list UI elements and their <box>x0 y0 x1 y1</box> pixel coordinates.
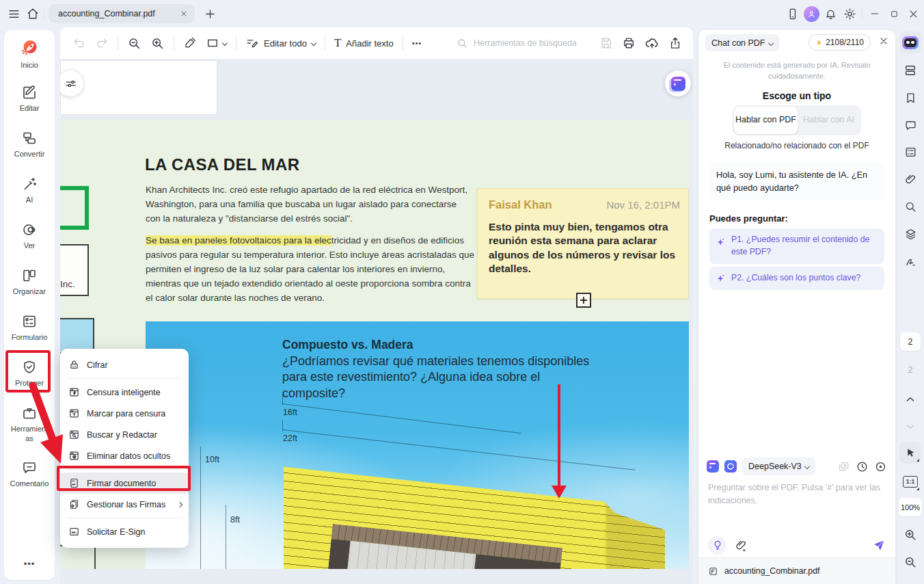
previous-page-button[interactable] <box>899 388 921 410</box>
sidebar-item-proteger[interactable]: Proteger <box>4 359 55 405</box>
notifications-bell-icon[interactable] <box>821 4 840 23</box>
chat-mode-dropdown[interactable]: Chat con PDF <box>705 34 779 51</box>
sidebar-more-button[interactable]: ••• <box>4 559 55 569</box>
zoom-in-icon[interactable] <box>150 36 165 51</box>
history-clock-icon[interactable] <box>856 460 869 473</box>
sidebar-item-ai[interactable]: AI <box>4 176 55 222</box>
illustration-doorway <box>328 524 562 569</box>
maximize-button[interactable] <box>884 4 903 23</box>
chat-settings-icon[interactable] <box>874 460 887 473</box>
deepseek-model-icon[interactable] <box>724 460 737 473</box>
avatar[interactable] <box>802 4 821 23</box>
rocket-icon <box>20 38 39 57</box>
sticky-note[interactable]: Faisal Khan Nov 16, 2:01PM Esto pinta mu… <box>477 188 689 299</box>
signatures-panel-button[interactable] <box>899 250 921 272</box>
chat-close-icon[interactable] <box>879 36 888 46</box>
sidebar-item-inicio[interactable]: Inicio <box>4 38 55 84</box>
attachments-panel-button[interactable] <box>899 168 921 190</box>
attach-file-icon[interactable] <box>735 539 748 552</box>
send-icon[interactable] <box>872 538 886 552</box>
tab-close-icon[interactable] <box>180 10 188 18</box>
sidebar-item-organizar[interactable]: Organizar <box>4 267 55 313</box>
close-window-button[interactable] <box>903 4 923 23</box>
dimension-label-16ft: 16ft <box>283 408 297 417</box>
zoom-out-icon[interactable] <box>127 36 141 51</box>
convert-icon <box>21 130 38 146</box>
comments-panel-button[interactable] <box>899 114 921 136</box>
ai-assistant-fab[interactable] <box>665 70 691 96</box>
new-chat-icon[interactable] <box>837 460 850 473</box>
model-dropdown[interactable]: DeepSeek-V3 <box>742 457 815 475</box>
text-tool-icon: T <box>334 36 341 50</box>
menu-item-solicitar-esign[interactable]: Solicitar E-Sign <box>60 521 189 542</box>
redo-icon[interactable] <box>95 36 109 50</box>
sidebar-item-ver[interactable]: Ver <box>4 222 55 267</box>
shape-tool[interactable] <box>206 36 227 50</box>
menu-item-eliminar-datos-ocultos[interactable]: Eliminar datos ocultos <box>60 445 189 466</box>
menu-item-gestionar-las-firmas[interactable]: Gestionar las Firmas <box>60 494 189 515</box>
print-icon[interactable] <box>622 36 636 50</box>
device-sync-icon[interactable] <box>783 4 802 23</box>
sidebar-item-comentario[interactable]: Comentario <box>4 460 55 514</box>
toolbar-divider <box>118 36 118 50</box>
search-input[interactable] <box>474 38 583 48</box>
comment-bubble-icon <box>904 119 917 132</box>
sidebar-item-formulario[interactable]: Formulario <box>4 313 55 359</box>
highlighter-icon[interactable] <box>183 36 197 50</box>
tab-hablar-con-pdf[interactable]: Hablar con PDF <box>734 107 798 134</box>
add-text-button[interactable]: T Añadir texto <box>334 36 394 50</box>
bookmark-icon <box>904 92 917 105</box>
minimize-button[interactable] <box>865 4 884 23</box>
save-icon[interactable] <box>599 36 613 50</box>
sparkle-icon <box>716 237 726 247</box>
ai-assistant-icon <box>671 77 685 91</box>
chevron-down-icon <box>904 421 916 433</box>
dimension-line-16ft <box>282 403 521 434</box>
note-add-button[interactable] <box>576 293 591 308</box>
sidebar-item-herramientas[interactable]: Herramientas <box>4 405 55 460</box>
edit-all-button[interactable]: Editar todo <box>245 36 316 50</box>
page-number-input[interactable]: 2 <box>900 332 921 351</box>
more-tools-button[interactable]: ••• <box>412 39 422 47</box>
note-timestamp: Nov 16, 2:01PM <box>606 199 680 211</box>
bookmarks-panel-button[interactable] <box>899 87 921 109</box>
settings-gear-icon[interactable] <box>840 4 859 23</box>
prompt-ideas-button[interactable] <box>708 536 726 555</box>
hamburger-menu-icon[interactable] <box>4 4 23 23</box>
layers-panel-button[interactable] <box>899 223 921 245</box>
zoom-out-button[interactable] <box>899 551 921 573</box>
suggestion-question-1[interactable]: P1. ¿Puedes resumir el contenido de este… <box>709 228 884 264</box>
zoom-level-display[interactable]: 100% <box>899 498 922 516</box>
menu-separator <box>67 518 182 518</box>
chat-input[interactable] <box>708 481 886 533</box>
suggestion-question-2[interactable]: P2. ¿Cuáles son los puntos clave? <box>709 267 884 290</box>
undo-icon[interactable] <box>72 36 86 50</box>
sidebar-item-convertir[interactable]: Convertir <box>4 130 55 176</box>
lumi-ai-panel-button[interactable] <box>899 31 921 53</box>
new-tab-button[interactable] <box>200 4 219 23</box>
pdf-context-icon[interactable] <box>707 460 719 473</box>
credits-badge[interactable]: 2108/2110 <box>809 34 871 51</box>
actual-size-button[interactable]: 1:1 <box>899 470 921 492</box>
thumbnails-panel-button[interactable] <box>899 59 921 81</box>
menu-item-buscar-y-redactar[interactable]: Buscar y Redactar <box>60 424 189 445</box>
sidebar-item-editar[interactable]: Editar <box>4 84 55 130</box>
home-icon[interactable] <box>23 4 42 23</box>
search-panel-button[interactable] <box>899 196 921 217</box>
document-tab[interactable]: accounting_Combinar.pdf <box>49 4 195 23</box>
fields-panel-button[interactable] <box>899 141 921 163</box>
titlebar: accounting_Combinar.pdf <box>0 0 924 27</box>
cloud-upload-icon[interactable] <box>644 36 660 51</box>
menu-item-cifrar[interactable]: Cifrar <box>60 354 189 375</box>
tab-hablar-con-ai[interactable]: Hablar con AI <box>798 107 860 134</box>
menu-item-marcar-para-censura[interactable]: Marcar para censura <box>60 403 189 424</box>
menu-item-censura-inteligente[interactable]: Censura inteligente <box>60 382 189 403</box>
next-page-button[interactable] <box>899 416 921 438</box>
zoom-in-button[interactable] <box>899 524 921 546</box>
search-tools[interactable] <box>457 38 590 49</box>
toolbar-divider <box>174 36 174 50</box>
select-tool-button[interactable] <box>899 442 921 464</box>
share-icon[interactable] <box>668 36 682 50</box>
chat-context-file[interactable]: accounting_Combinar.pdf <box>698 557 895 584</box>
menu-item-firmar-documento[interactable]: Firmar documento <box>60 473 189 494</box>
